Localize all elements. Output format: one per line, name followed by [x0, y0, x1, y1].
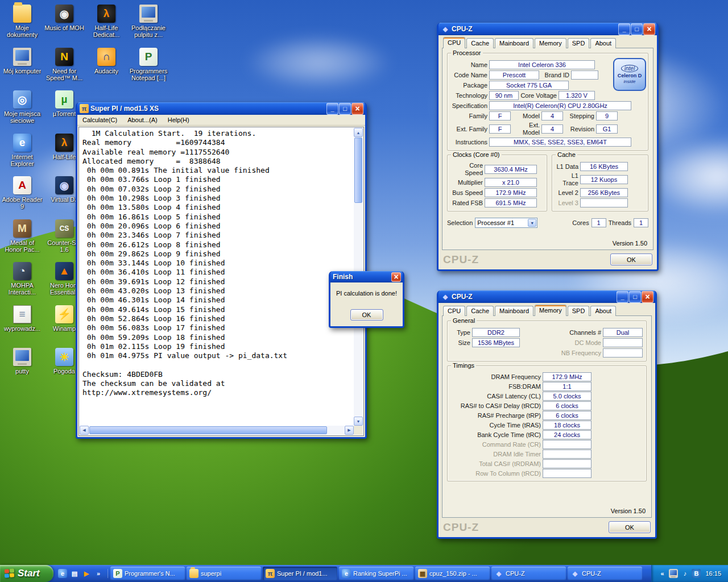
tab[interactable]: CPU: [443, 37, 465, 48]
desktop-icon[interactable]: ◉ Music of MOH: [43, 5, 85, 31]
timing-row: Row To Column (tRCD): [451, 469, 643, 478]
task-button[interactable]: ◆ CPU-Z: [568, 567, 642, 580]
close-button[interactable]: ×: [391, 272, 401, 282]
menu-item[interactable]: About...(A): [122, 115, 163, 124]
cache-row: L1 Trace 12 Kuops: [556, 172, 644, 187]
media-icon[interactable]: ▶: [82, 569, 91, 578]
intel-celeron-d-logo: intel Celeron D inside: [613, 58, 646, 91]
task-button[interactable]: ▦ cpuz_150.zip - ...: [415, 567, 490, 580]
desktop-icon[interactable]: ≡ wyprowadz...: [1, 305, 43, 332]
ok-button[interactable]: OK: [609, 521, 651, 533]
clock-row: Multiplier x 21.0: [451, 178, 543, 187]
cpuz-icon: ◆: [494, 569, 503, 578]
ie-icon[interactable]: e: [58, 569, 67, 578]
desktop-icon[interactable]: N Need for Speed™ M...: [43, 48, 85, 81]
scroll-left-icon[interactable]: ◀: [80, 426, 89, 435]
maximize-button[interactable]: □: [631, 23, 643, 35]
cache-row: L1 Data 16 KBytes: [556, 162, 644, 171]
desktop-icon-label: Virtual DJ: [51, 196, 77, 203]
cpuz-titlebar[interactable]: ◆ CPU-Z _ □ ×: [439, 23, 657, 35]
half-life-icon: λ: [55, 134, 73, 152]
minimize-button[interactable]: _: [618, 23, 630, 35]
menu-item[interactable]: Calculate(C): [77, 115, 122, 124]
pn-icon: P: [113, 569, 122, 578]
hide-tray-icon[interactable]: «: [657, 569, 667, 578]
superpi-title: Super PI / mod1.5 XS: [90, 105, 326, 113]
combo-arrow-icon[interactable]: ▼: [528, 219, 536, 227]
scroll-down-icon[interactable]: ▼: [354, 417, 363, 426]
task-button[interactable]: π Super PI / mod1...: [263, 567, 337, 580]
cores-field: 1: [592, 218, 606, 227]
desktop-icon[interactable]: λ Half-Life Dedicat...: [85, 5, 127, 38]
tab[interactable]: SPD: [568, 306, 590, 316]
clock[interactable]: 16:15: [705, 570, 721, 577]
finish-titlebar[interactable]: Finish ×: [330, 271, 403, 282]
desktop-icon[interactable]: Mój komputer: [1, 48, 43, 74]
superpi-titlebar[interactable]: π Super PI / mod1.5 XS _ □ ×: [77, 102, 365, 115]
tab[interactable]: CPU: [443, 306, 465, 316]
tab[interactable]: Memory: [535, 305, 566, 316]
timing-row: Cycle Time (tRAS) 18 clocks: [451, 421, 643, 430]
close-button[interactable]: ×: [351, 103, 363, 115]
desktop-icon[interactable]: Moje dokumenty: [1, 5, 43, 38]
value-field: 256 KBytes: [580, 188, 628, 197]
value-field: 6 clocks: [543, 411, 592, 420]
desktop-icon[interactable]: P Programmers Notepad [...]: [127, 48, 169, 81]
desktop-icon-label: Half-Life Dedicat...: [86, 24, 127, 38]
scroll-up-icon[interactable]: ▲: [354, 128, 363, 137]
task-button[interactable]: P Programmer's N...: [110, 567, 185, 580]
network-places-icon: ◎: [13, 90, 31, 109]
desktop-icon[interactable]: ∩ Audacity: [85, 48, 127, 74]
task-button[interactable]: ◆ CPU-Z: [491, 567, 566, 580]
desktop-icon[interactable]: M Medal of Honor Pac...: [1, 219, 43, 253]
tab[interactable]: About: [590, 306, 616, 316]
codename-field: Prescott: [489, 70, 539, 80]
quick-launch: e▤▶»: [53, 569, 108, 578]
chevron-icon[interactable]: »: [94, 569, 103, 578]
vertical-scroll-thumb[interactable]: [354, 138, 362, 203]
tab[interactable]: SPD: [568, 38, 590, 48]
scroll-right-icon[interactable]: ▶: [345, 426, 354, 435]
desktop-icon[interactable]: Podłączanie pulpitu z...: [127, 5, 169, 38]
bluetooth-icon[interactable]: B: [692, 569, 701, 578]
selection-row: Selection Processor #1 ▼ Cores 1 Threads…: [447, 218, 648, 228]
tab[interactable]: Mainboard: [495, 306, 533, 316]
ok-button[interactable]: OK: [350, 309, 383, 321]
processor-select[interactable]: Processor #1 ▼: [475, 218, 537, 228]
desktop-icon[interactable]: e Internet Explorer: [1, 134, 43, 167]
task-button[interactable]: superpi: [187, 567, 261, 580]
scrollbar-corner: [354, 426, 363, 435]
tab[interactable]: About: [590, 38, 616, 48]
ok-button[interactable]: OK: [610, 253, 652, 265]
show-desktop-icon[interactable]: ▤: [70, 569, 79, 578]
desktop-icon[interactable]: A Adobe Reader 9: [1, 176, 43, 210]
value-field: [543, 440, 592, 449]
minimize-button[interactable]: _: [617, 291, 628, 303]
tab[interactable]: Cache: [466, 306, 494, 316]
start-button[interactable]: Start: [0, 565, 53, 582]
horizontal-scrollbar[interactable]: ◀ ▶: [80, 426, 354, 435]
value-field: 3630.4 MHz: [485, 165, 537, 174]
desktop-icon[interactable]: putty: [1, 348, 43, 375]
cpuz-titlebar[interactable]: ◆ CPU-Z _ □ ×: [439, 290, 655, 303]
horizontal-scroll-thumb[interactable]: [89, 426, 327, 434]
tab[interactable]: Memory: [535, 38, 566, 48]
cpu-tab-page: Processor intel Celeron D inside Name In…: [442, 48, 653, 250]
minimize-button[interactable]: _: [326, 103, 338, 115]
tab[interactable]: Mainboard: [495, 38, 533, 48]
close-button[interactable]: ×: [643, 23, 655, 35]
menu-item[interactable]: Help(H): [163, 115, 195, 124]
task-button[interactable]: e Ranking SuperPi ...: [339, 567, 413, 580]
output-line: The checksum can be validated at: [82, 379, 354, 388]
desktop-icon[interactable]: ◔ MOHPA Interacti...: [1, 262, 43, 296]
value-field: 6 clocks: [543, 401, 592, 410]
tab[interactable]: Cache: [466, 38, 494, 48]
maximize-button[interactable]: □: [339, 103, 351, 115]
display-icon[interactable]: [669, 569, 678, 578]
volume-icon[interactable]: ♪: [680, 569, 689, 578]
maximize-button[interactable]: □: [629, 291, 641, 303]
close-button[interactable]: ×: [642, 291, 653, 303]
desktop-icon[interactable]: ◎ Moje miejsca sieciowe: [1, 90, 43, 124]
timing-row: Bank Cycle Time (tRC) 24 clocks: [451, 430, 643, 439]
system-tray: «♪B 16:15: [651, 565, 728, 582]
